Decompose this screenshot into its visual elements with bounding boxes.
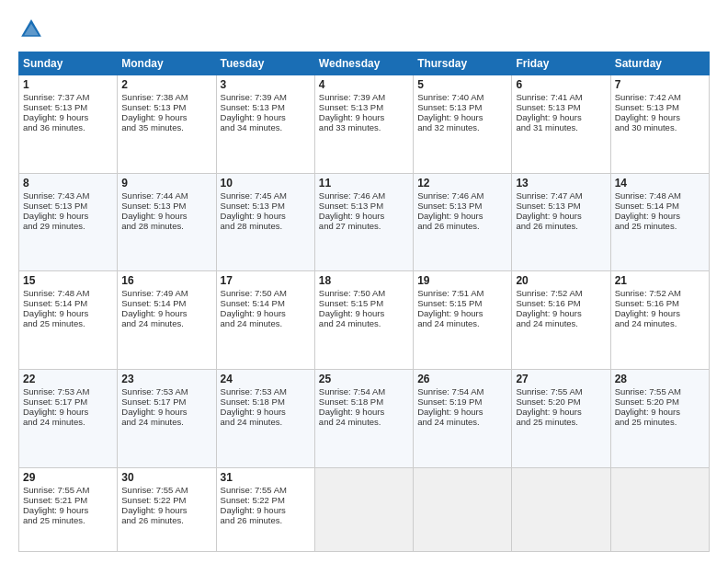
- day-info: Sunrise: 7:49 AM: [121, 288, 211, 298]
- weekday-header: Monday: [118, 52, 216, 75]
- day-info: Sunset: 5:20 PM: [516, 396, 606, 407]
- day-info: Sunrise: 7:37 AM: [23, 92, 113, 102]
- day-info: Sunset: 5:22 PM: [121, 495, 211, 505]
- day-number: 20: [516, 274, 606, 287]
- calendar-cell: [414, 467, 512, 551]
- day-info: and 34 minutes.: [221, 122, 311, 132]
- logo-icon: [18, 17, 44, 42]
- weekday-header: Saturday: [610, 52, 709, 75]
- day-number: 1: [23, 78, 113, 91]
- day-number: 24: [221, 373, 311, 385]
- day-info: Sunrise: 7:55 AM: [23, 485, 113, 495]
- day-info: Sunrise: 7:46 AM: [417, 190, 507, 201]
- day-number: 13: [516, 177, 606, 190]
- day-info: and 26 minutes.: [221, 515, 311, 525]
- day-number: 18: [319, 274, 409, 287]
- day-info: Sunset: 5:22 PM: [221, 495, 311, 505]
- day-info: Sunrise: 7:40 AM: [417, 92, 507, 102]
- day-info: Sunrise: 7:52 AM: [615, 288, 705, 298]
- day-number: 3: [221, 78, 311, 91]
- day-number: 9: [121, 177, 211, 190]
- day-info: and 28 minutes.: [221, 221, 311, 231]
- day-info: Sunrise: 7:51 AM: [417, 288, 507, 298]
- day-info: Sunset: 5:16 PM: [615, 298, 705, 308]
- day-number: 23: [121, 373, 211, 385]
- day-info: Sunrise: 7:55 AM: [516, 386, 606, 396]
- day-info: and 26 minutes.: [417, 221, 507, 231]
- day-info: and 31 minutes.: [516, 122, 606, 132]
- calendar-cell: 20Sunrise: 7:52 AMSunset: 5:16 PMDayligh…: [512, 271, 610, 370]
- day-info: Sunset: 5:17 PM: [23, 396, 113, 407]
- calendar-cell: 23Sunrise: 7:53 AMSunset: 5:17 PMDayligh…: [118, 370, 216, 468]
- day-info: and 29 minutes.: [23, 221, 113, 231]
- day-info: Daylight: 9 hours: [516, 211, 606, 221]
- weekday-header: Friday: [512, 52, 610, 75]
- day-number: 14: [615, 177, 705, 190]
- day-info: Sunset: 5:21 PM: [23, 495, 113, 505]
- day-info: Sunrise: 7:43 AM: [23, 190, 113, 201]
- day-info: Sunset: 5:18 PM: [221, 396, 311, 407]
- calendar-cell: 11Sunrise: 7:46 AMSunset: 5:13 PMDayligh…: [314, 173, 413, 271]
- logo: [18, 17, 48, 42]
- calendar-cell: 17Sunrise: 7:50 AMSunset: 5:14 PMDayligh…: [216, 271, 314, 370]
- day-info: Daylight: 9 hours: [23, 505, 113, 515]
- calendar-cell: 8Sunrise: 7:43 AMSunset: 5:13 PMDaylight…: [19, 173, 118, 271]
- day-number: 4: [319, 78, 409, 91]
- day-number: 19: [417, 274, 507, 287]
- day-info: Daylight: 9 hours: [615, 112, 705, 122]
- day-info: Daylight: 9 hours: [516, 407, 606, 417]
- day-info: and 32 minutes.: [417, 122, 507, 132]
- day-info: Sunset: 5:16 PM: [516, 298, 606, 308]
- calendar-cell: 18Sunrise: 7:50 AMSunset: 5:15 PMDayligh…: [314, 271, 413, 370]
- day-info: Daylight: 9 hours: [319, 211, 409, 221]
- calendar-cell: 14Sunrise: 7:48 AMSunset: 5:14 PMDayligh…: [610, 173, 709, 271]
- day-info: Sunset: 5:13 PM: [319, 102, 409, 112]
- day-info: Daylight: 9 hours: [23, 112, 113, 122]
- day-info: Sunset: 5:13 PM: [417, 201, 507, 211]
- day-number: 12: [417, 177, 507, 190]
- day-info: Sunset: 5:14 PM: [121, 298, 211, 308]
- day-info: Sunrise: 7:53 AM: [121, 386, 211, 396]
- day-number: 6: [516, 78, 606, 91]
- day-info: and 25 minutes.: [615, 221, 705, 231]
- day-info: Daylight: 9 hours: [516, 308, 606, 318]
- calendar-cell: 3Sunrise: 7:39 AMSunset: 5:13 PMDaylight…: [216, 75, 314, 174]
- day-info: Sunrise: 7:53 AM: [221, 386, 311, 396]
- weekday-header: Thursday: [414, 52, 512, 75]
- day-info: Daylight: 9 hours: [615, 308, 705, 318]
- day-info: and 36 minutes.: [23, 122, 113, 132]
- day-info: Sunset: 5:13 PM: [221, 201, 311, 211]
- day-number: 30: [121, 471, 211, 484]
- day-info: and 35 minutes.: [121, 122, 211, 132]
- calendar-cell: 1Sunrise: 7:37 AMSunset: 5:13 PMDaylight…: [19, 75, 118, 174]
- day-info: Sunset: 5:13 PM: [121, 201, 211, 211]
- day-info: Daylight: 9 hours: [417, 308, 507, 318]
- calendar: SundayMondayTuesdayWednesdayThursdayFrid…: [18, 52, 710, 552]
- day-info: Daylight: 9 hours: [221, 407, 311, 417]
- day-info: Sunset: 5:13 PM: [23, 102, 113, 112]
- day-info: Daylight: 9 hours: [516, 112, 606, 122]
- day-info: Sunset: 5:13 PM: [516, 201, 606, 211]
- day-info: Sunset: 5:13 PM: [615, 102, 705, 112]
- day-number: 5: [417, 78, 507, 91]
- day-info: Sunset: 5:17 PM: [121, 396, 211, 407]
- day-info: and 26 minutes.: [121, 515, 211, 525]
- day-info: and 26 minutes.: [516, 221, 606, 231]
- calendar-cell: 13Sunrise: 7:47 AMSunset: 5:13 PMDayligh…: [512, 173, 610, 271]
- day-number: 15: [23, 274, 113, 287]
- calendar-cell: 2Sunrise: 7:38 AMSunset: 5:13 PMDaylight…: [118, 75, 216, 174]
- day-info: Daylight: 9 hours: [221, 308, 311, 318]
- calendar-cell: 25Sunrise: 7:54 AMSunset: 5:18 PMDayligh…: [314, 370, 413, 468]
- day-info: Sunset: 5:13 PM: [221, 102, 311, 112]
- calendar-cell: 29Sunrise: 7:55 AMSunset: 5:21 PMDayligh…: [19, 467, 118, 551]
- day-info: Sunrise: 7:42 AM: [615, 92, 705, 102]
- weekday-header: Sunday: [19, 52, 118, 75]
- day-info: Daylight: 9 hours: [319, 112, 409, 122]
- calendar-cell: 19Sunrise: 7:51 AMSunset: 5:15 PMDayligh…: [414, 271, 512, 370]
- day-info: Daylight: 9 hours: [221, 211, 311, 221]
- day-number: 17: [221, 274, 311, 287]
- day-info: Sunset: 5:13 PM: [516, 102, 606, 112]
- calendar-cell: 22Sunrise: 7:53 AMSunset: 5:17 PMDayligh…: [19, 370, 118, 468]
- day-info: Daylight: 9 hours: [121, 308, 211, 318]
- day-info: and 25 minutes.: [615, 417, 705, 427]
